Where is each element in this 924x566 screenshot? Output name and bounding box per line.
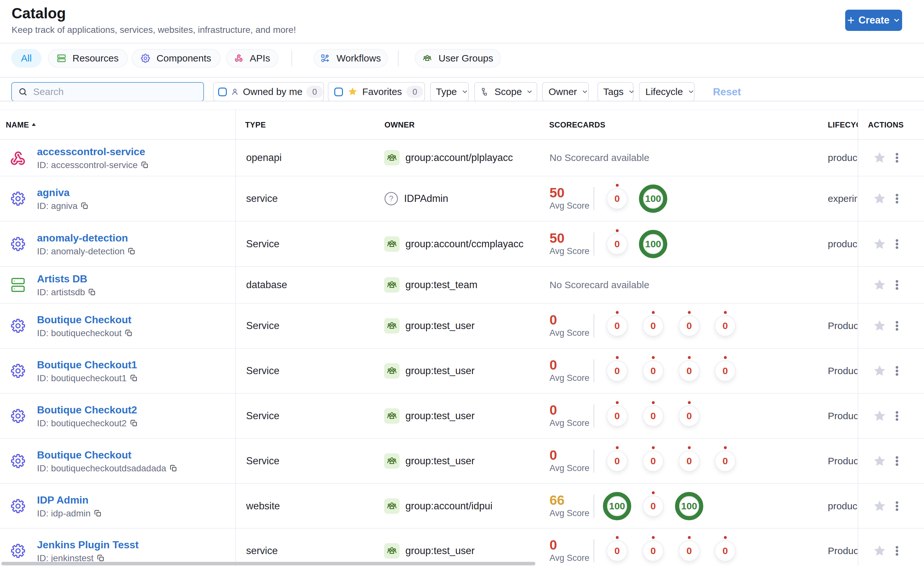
- svg-text:?: ?: [389, 194, 393, 203]
